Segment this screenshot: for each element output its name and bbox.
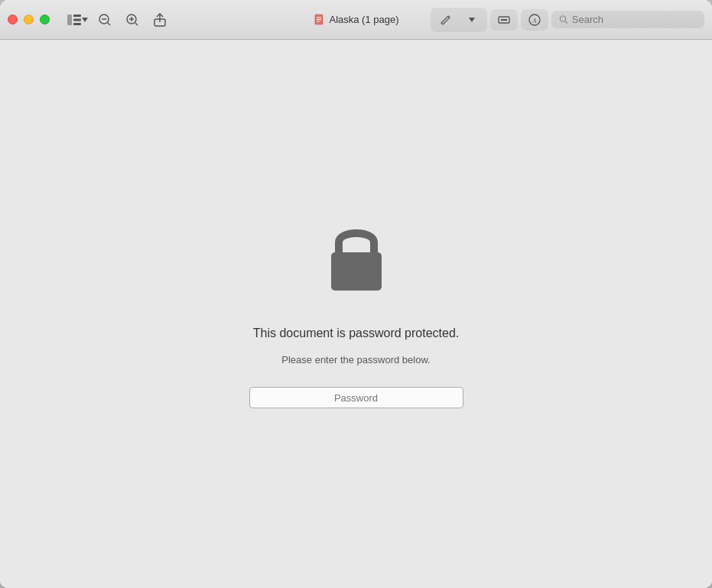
svg-point-23 <box>560 16 565 21</box>
password-protection-container: This document is password protected. Ple… <box>249 219 463 408</box>
window-title: Alaska (1 page) <box>313 14 398 26</box>
redact-icon <box>497 13 511 27</box>
svg-text:A: A <box>532 18 537 24</box>
traffic-lights <box>8 15 50 24</box>
close-button[interactable] <box>8 15 18 24</box>
password-input-wrapper <box>249 387 463 408</box>
svg-line-18 <box>441 23 443 24</box>
sidebar-icon <box>67 15 81 25</box>
sign-tool-button[interactable]: A <box>521 9 548 31</box>
svg-rect-25 <box>331 252 382 291</box>
zoom-in-icon <box>125 13 139 27</box>
titlebar: Alaska (1 page) <box>0 0 712 40</box>
maximize-button[interactable] <box>40 15 50 24</box>
main-window: Alaska (1 page) <box>0 0 712 588</box>
sign-icon: A <box>528 13 541 27</box>
markup-tool-button[interactable] <box>434 9 458 31</box>
main-content: This document is password protected. Ple… <box>0 40 712 588</box>
markup-dropdown-button[interactable] <box>460 9 484 31</box>
search-icon <box>559 15 568 24</box>
password-input[interactable] <box>249 387 463 408</box>
chevron-down-icon <box>82 18 88 22</box>
toolbar-right: A <box>431 8 704 32</box>
pen-icon <box>440 14 452 26</box>
svg-rect-2 <box>73 18 81 21</box>
protected-hint: Please enter the password below. <box>281 354 430 365</box>
protected-title: This document is password protected. <box>253 326 459 340</box>
svg-rect-3 <box>73 23 81 25</box>
annotation-tools <box>431 8 487 32</box>
share-icon <box>153 13 167 27</box>
svg-line-10 <box>135 23 138 25</box>
zoom-in-button[interactable] <box>120 9 145 31</box>
svg-rect-0 <box>67 15 72 25</box>
lock-icon <box>322 219 391 299</box>
minimize-button[interactable] <box>24 15 34 24</box>
lock-svg <box>322 219 391 296</box>
chevron-down-icon-2 <box>469 18 475 22</box>
search-box[interactable] <box>551 11 704 28</box>
svg-line-6 <box>108 23 110 25</box>
share-button[interactable] <box>148 9 172 31</box>
search-input[interactable] <box>572 14 697 25</box>
toolbar-left <box>65 9 172 31</box>
pdf-document-icon <box>313 14 325 26</box>
sidebar-toggle-button[interactable] <box>65 9 89 31</box>
svg-line-24 <box>565 21 567 24</box>
zoom-out-icon <box>98 13 112 27</box>
svg-rect-1 <box>73 15 81 17</box>
zoom-out-button[interactable] <box>93 9 117 31</box>
redact-tool-button[interactable] <box>490 9 518 31</box>
